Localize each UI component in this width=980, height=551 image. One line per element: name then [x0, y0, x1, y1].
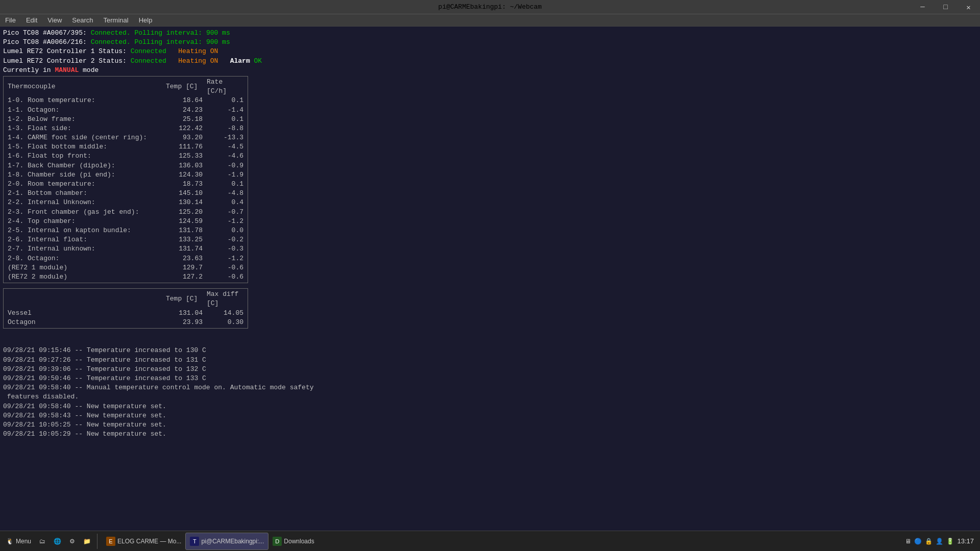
- table-row: 2-7. Internal unknown:131.74-0.3: [6, 244, 246, 254]
- taskbar-window-elog[interactable]: E ELOG CARME — Mo...: [102, 533, 185, 550]
- log-line: 09/28/21 10:05:29 -- New temperature set…: [3, 430, 977, 439]
- taskbar-separator: [97, 534, 100, 549]
- downloads-icon: D: [273, 537, 282, 546]
- log-line: 09/28/21 09:58:40 -- Manual temperature …: [3, 383, 977, 392]
- table-row: (RE72 2 module)127.2-0.6: [6, 272, 246, 282]
- display-icon[interactable]: 🖥: [905, 538, 911, 545]
- table-row: 1-1. Octagon:24.23-1.4: [6, 106, 246, 115]
- status-line-3: Lumel RE72 Controller 1 Status: Connecte…: [3, 47, 977, 56]
- system-tray: 🖥 🔵 🔒 👤 🔋 13:17: [905, 537, 978, 545]
- log-line: 09/28/21 10:05:25 -- New temperature set…: [3, 420, 977, 430]
- log-section: 09/28/21 09:15:46 -- Temperature increas…: [3, 346, 977, 439]
- menu-bar: File Edit View Search Terminal Help: [0, 14, 980, 27]
- table-row: 1-0. Room temperature:18.640.1: [6, 96, 246, 105]
- title-text: pi@CARMEbakingpi: ~/Webcam: [438, 3, 542, 11]
- log-line: 09/28/21 09:58:40 -- New temperature set…: [3, 402, 977, 411]
- table-row: 1-8. Chamber side (pi end):124.30-1.9: [6, 170, 246, 180]
- table-row: 2-0. Room temperature:18.730.1: [6, 180, 246, 189]
- table-row: 1-2. Below frame:25.180.1: [6, 115, 246, 124]
- settings-icon: ⚙: [69, 538, 75, 545]
- close-button[interactable]: ✕: [957, 0, 980, 14]
- folder-icon: 📁: [83, 538, 91, 545]
- terminal-label: pi@CARMEbakingpi:...: [201, 538, 264, 545]
- menu-edit[interactable]: Edit: [21, 14, 42, 27]
- table-row: Octagon23.930.30: [6, 318, 246, 327]
- table-row: 1-3. Float side:122.42-8.8: [6, 124, 246, 133]
- minimize-button[interactable]: ─: [911, 0, 934, 14]
- taskbar-window-terminal[interactable]: T pi@CARMEbakingpi:...: [185, 533, 268, 550]
- elog-icon: E: [106, 537, 115, 546]
- log-line: 09/28/21 09:39:06 -- Temperature increas…: [3, 365, 977, 374]
- terminal[interactable]: Pico TC08 #A0067/395: Connected. Polling…: [0, 27, 980, 531]
- table-row: 2-8. Octagon:23.63-1.2: [6, 254, 246, 263]
- table-row: 2-5. Internal on kapton bundle:131.780.0: [6, 226, 246, 235]
- log-line: 09/28/21 09:50:46 -- Temperature increas…: [3, 374, 977, 383]
- table-row: 1-7. Back Chamber (dipole):136.03-0.9: [6, 161, 246, 170]
- menu-view[interactable]: View: [42, 14, 67, 27]
- table-row: 1-4. CARME foot side (center ring):93.20…: [6, 133, 246, 142]
- thermocouple-table: Thermocouple Temp [C] Rate [C/h] 1-0. Ro…: [3, 76, 248, 283]
- clock: 13:17: [957, 537, 974, 545]
- status-line-1: Pico TC08 #A0067/395: Connected. Polling…: [3, 29, 977, 38]
- app-launcher-files[interactable]: 🗂: [35, 533, 50, 550]
- start-label: Menu: [16, 538, 31, 545]
- taskbar-window-downloads[interactable]: D Downloads: [268, 533, 318, 550]
- menu-file[interactable]: File: [0, 14, 21, 27]
- tc-header-rate: Rate [C/h]: [205, 78, 246, 96]
- table-row: 1-6. Float top front:125.33-4.6: [6, 152, 246, 161]
- app-launcher-settings[interactable]: ⚙: [65, 533, 79, 550]
- table-row: 2-4. Top chamber:124.59-1.2: [6, 217, 246, 226]
- sum-header-temp: Temp [C]: [164, 290, 205, 308]
- maximize-button[interactable]: □: [934, 0, 957, 14]
- app-launcher-browser[interactable]: 🌐: [50, 533, 65, 550]
- start-icon: 🐧: [6, 538, 14, 545]
- lock-icon[interactable]: 🔒: [925, 538, 933, 545]
- menu-help[interactable]: Help: [134, 14, 158, 27]
- files-icon: 🗂: [39, 538, 45, 545]
- taskbar: 🐧 Menu 🗂 🌐 ⚙ 📁 E ELOG CARME — Mo... T pi…: [0, 531, 980, 551]
- tc-header-name: Thermocouple: [6, 78, 164, 96]
- sum-header-name: [6, 290, 164, 308]
- log-line: features disabled.: [3, 392, 977, 402]
- log-line: 09/28/21 09:58:43 -- New temperature set…: [3, 411, 977, 420]
- app-launcher-folder[interactable]: 📁: [79, 533, 95, 550]
- window-controls: ─ □ ✕: [911, 0, 980, 14]
- log-line: 09/28/21 09:15:46 -- Temperature increas…: [3, 346, 977, 355]
- manual-mode-line: Currently in MANUAL mode: [3, 66, 977, 75]
- status-line-4: Lumel RE72 Controller 2 Status: Connecte…: [3, 57, 977, 66]
- terminal-icon: T: [190, 537, 199, 546]
- battery-icon: 🔋: [946, 538, 954, 545]
- table-row: Vessel131.0414.05: [6, 309, 246, 318]
- menu-terminal[interactable]: Terminal: [99, 14, 134, 27]
- table-row: 2-3. Front chamber (gas jet end):125.20-…: [6, 208, 246, 217]
- table-row: 2-2. Internal Unknown:130.140.4: [6, 198, 246, 207]
- downloads-label: Downloads: [284, 538, 314, 545]
- title-bar: pi@CARMEbakingpi: ~/Webcam ─ □ ✕: [0, 0, 980, 14]
- elog-label: ELOG CARME — Mo...: [117, 538, 181, 545]
- bluetooth-icon[interactable]: 🔵: [914, 538, 922, 545]
- start-menu-button[interactable]: 🐧 Menu: [2, 533, 35, 550]
- table-row: 2-6. Internal float:133.25-0.2: [6, 235, 246, 244]
- browser-icon: 🌐: [54, 538, 61, 545]
- log-line: 09/28/21 09:27:26 -- Temperature increas…: [3, 356, 977, 365]
- table-row: 1-5. Float bottom middle:111.76-4.5: [6, 142, 246, 152]
- table-row: 2-1. Bottom chamber:145.10-4.8: [6, 189, 246, 198]
- menu-search[interactable]: Search: [67, 14, 98, 27]
- sum-header-maxdiff: Max diff [C]: [205, 290, 246, 308]
- user-icon: 👤: [936, 538, 943, 545]
- status-line-2: Pico TC08 #A0066/216: Connected. Polling…: [3, 38, 977, 47]
- table-row: (RE72 1 module)129.7-0.6: [6, 263, 246, 272]
- tc-header-temp: Temp [C]: [164, 78, 205, 96]
- summary-table: Temp [C] Max diff [C] Vessel131.0414.05O…: [3, 288, 248, 329]
